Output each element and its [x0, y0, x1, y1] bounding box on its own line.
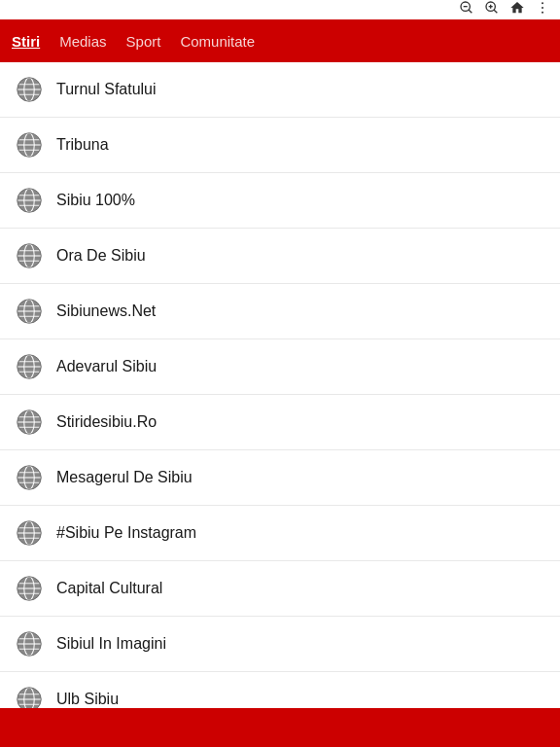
- list-item[interactable]: Turnul Sfatului: [0, 62, 560, 118]
- list-item-label: Tribuna: [56, 136, 109, 154]
- list-item[interactable]: Ulb Sibiu: [0, 672, 560, 708]
- nav-item-sport[interactable]: Sport: [126, 29, 161, 53]
- svg-point-9: [542, 12, 543, 14]
- list-item-label: Turnul Sfatului: [56, 81, 157, 98]
- list-item[interactable]: #Sibiu Pe Instagram: [0, 506, 560, 561]
- svg-line-6: [494, 10, 498, 14]
- bottom-bar: [0, 708, 560, 747]
- list-item[interactable]: Ora De Sibiu: [0, 229, 560, 284]
- list-item-label: Mesagerul De Sibiu: [56, 469, 192, 486]
- nav-bar: Stiri Medias Sport Comunitate: [0, 19, 560, 62]
- source-list: Turnul Sfatului Tribuna Sibiu 100% Ora D…: [0, 62, 560, 708]
- list-item-label: #Sibiu Pe Instagram: [56, 524, 196, 542]
- list-item-label: Sibiu 100%: [56, 192, 135, 209]
- globe-icon: [16, 242, 43, 269]
- svg-point-7: [542, 2, 543, 4]
- globe-icon: [16, 298, 43, 325]
- list-item-label: Stiridesibiu.Ro: [56, 413, 157, 431]
- list-item-label: Ora De Sibiu: [56, 247, 146, 265]
- list-item[interactable]: Adevarul Sibiu: [0, 339, 560, 395]
- list-item[interactable]: Sibiunews.Net: [0, 284, 560, 339]
- list-item[interactable]: Capital Cultural: [0, 561, 560, 617]
- globe-icon: [16, 630, 43, 658]
- globe-icon: [16, 686, 43, 708]
- list-item[interactable]: Stiridesibiu.Ro: [0, 395, 560, 450]
- zoom-out-icon[interactable]: [459, 0, 474, 19]
- globe-icon: [16, 575, 43, 602]
- list-item-label: Sibiul In Imagini: [56, 635, 166, 653]
- list-item-label: Adevarul Sibiu: [56, 358, 157, 375]
- list-item-label: Capital Cultural: [56, 580, 162, 597]
- list-item[interactable]: Sibiu 100%: [0, 173, 560, 229]
- status-bar: [0, 0, 560, 19]
- nav-item-medias[interactable]: Medias: [59, 29, 106, 53]
- svg-line-2: [469, 10, 472, 14]
- globe-icon: [16, 464, 43, 491]
- svg-point-8: [542, 7, 543, 9]
- list-item[interactable]: Tribuna: [0, 118, 560, 173]
- home-icon[interactable]: [509, 0, 525, 19]
- more-icon[interactable]: [535, 0, 550, 19]
- list-item[interactable]: Sibiul In Imagini: [0, 617, 560, 672]
- globe-icon: [16, 131, 43, 159]
- globe-icon: [16, 519, 43, 547]
- globe-icon: [16, 76, 43, 103]
- globe-icon: [16, 353, 43, 380]
- list-item-label: Ulb Sibiu: [56, 691, 119, 708]
- zoom-in-icon[interactable]: [484, 0, 500, 19]
- list-item-label: Sibiunews.Net: [56, 302, 156, 320]
- globe-icon: [16, 409, 43, 436]
- list-item[interactable]: Mesagerul De Sibiu: [0, 450, 560, 506]
- globe-icon: [16, 187, 43, 214]
- nav-item-comunitate[interactable]: Comunitate: [180, 29, 255, 53]
- nav-item-stiri[interactable]: Stiri: [12, 29, 40, 53]
